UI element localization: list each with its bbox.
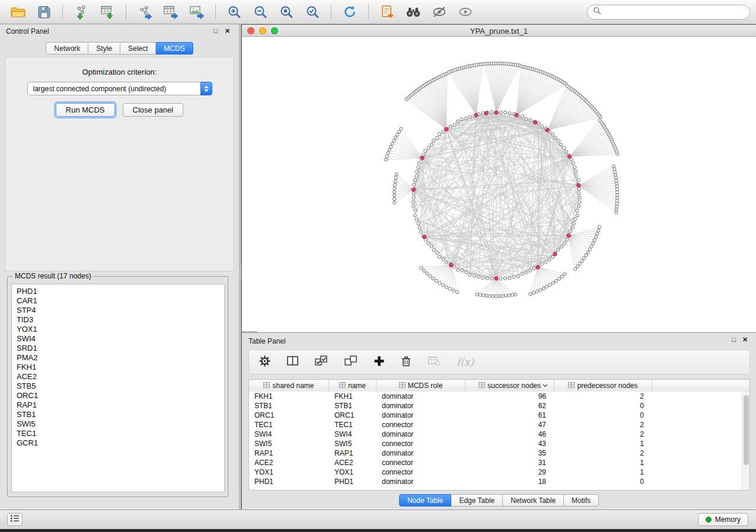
mcds-result-item[interactable]: TID3	[12, 315, 224, 325]
table-row[interactable]: TEC1TEC1connector472	[249, 420, 749, 430]
optimization-select[interactable]: largest connected component (undirected)	[27, 82, 212, 95]
cell-shared-name: ACE2	[249, 458, 329, 467]
table-panel: Table Panel □ ✕ f(x) shared namenameMCDS…	[241, 332, 756, 509]
table-delete-icon	[428, 355, 441, 369]
search-box[interactable]	[587, 5, 750, 20]
mcds-result-item[interactable]: ORC1	[12, 391, 224, 400]
delete-button[interactable]	[400, 355, 412, 370]
table-row[interactable]: FKH1FKH1dominator962	[249, 392, 749, 401]
mcds-result-item[interactable]: CAR1	[12, 296, 224, 306]
table-row[interactable]: SWI5SWI5connector431	[249, 439, 749, 448]
columns-button[interactable]	[286, 355, 299, 369]
show-graphics-button[interactable]	[454, 2, 477, 21]
save-button[interactable]	[32, 2, 56, 21]
function-builder-button[interactable]: f(x)	[457, 356, 474, 368]
deselect-all-button[interactable]	[344, 355, 358, 369]
run-mcds-button[interactable]: Run MCDS	[56, 103, 115, 117]
export-image-button[interactable]	[185, 2, 209, 21]
zoom-in-button[interactable]	[222, 2, 246, 21]
network-canvas[interactable]	[242, 37, 755, 332]
column-header-successor-nodes[interactable]: successor nodes	[465, 380, 554, 392]
table-row[interactable]: YOX1YOX1connector291	[249, 467, 749, 477]
mcds-result-item[interactable]: STP4	[12, 306, 224, 315]
zoom-fit-button[interactable]	[301, 2, 324, 21]
search-input[interactable]	[604, 7, 744, 17]
cell-mcds-role: connector	[377, 467, 465, 477]
toolbar-separator	[126, 4, 126, 20]
add-row-button[interactable]	[374, 355, 385, 369]
search-network-button[interactable]	[401, 2, 425, 21]
open-button[interactable]	[6, 2, 30, 21]
mcds-result-item[interactable]: FKH1	[12, 363, 224, 372]
zoom-reset-button[interactable]	[275, 2, 298, 21]
tab-edge-table[interactable]: Edge Table	[451, 494, 503, 507]
mcds-result-item[interactable]: PMA2	[12, 353, 224, 363]
mcds-result-item[interactable]: GCR1	[12, 438, 224, 448]
table-grid-icon	[568, 382, 575, 390]
mcds-result-title: MCDS result (17 nodes)	[12, 272, 94, 280]
zoom-out-button[interactable]	[248, 2, 272, 21]
control-panel: Control Panel □ ✕ NetworkStyleSelectMCDS…	[0, 24, 239, 509]
mcds-result-item[interactable]: PHD1	[12, 287, 224, 296]
cell-mcds-role: dominator	[377, 401, 465, 411]
close-table-panel-icon[interactable]: ✕	[741, 335, 749, 344]
tab-style[interactable]: Style	[88, 42, 120, 55]
tab-motifs[interactable]: Motifs	[564, 494, 599, 507]
table-row[interactable]: ORC1ORC1dominator610	[249, 411, 749, 420]
column-header-mcds-role[interactable]: MCDS role	[377, 380, 465, 392]
scrollbar-thumb[interactable]	[744, 395, 749, 465]
mcds-result-item[interactable]: STB1	[12, 410, 224, 419]
network-window: YPA_prune.txt_1	[241, 24, 756, 332]
float-table-panel-icon[interactable]: □	[729, 335, 738, 344]
network-window-titlebar[interactable]: YPA_prune.txt_1	[242, 24, 756, 37]
style-preview-button[interactable]	[428, 2, 451, 21]
column-header-shared-name[interactable]: shared name	[249, 380, 329, 392]
tab-node-table[interactable]: Node Table	[399, 494, 452, 507]
import-table-button[interactable]	[95, 2, 119, 21]
mcds-result-list: PHD1CAR1STP4TID3YOX1SWI4SRD1PMA2FKH1ACE2…	[11, 284, 225, 492]
close-panel-button[interactable]: Close panel	[123, 103, 184, 117]
mcds-result-item[interactable]: STB5	[12, 382, 224, 391]
clipboard-button[interactable]	[375, 2, 399, 21]
select-all-icon	[314, 355, 328, 369]
mcds-panel: Optimization criterion: largest connecte…	[5, 57, 234, 271]
table-row[interactable]: STB1STB1dominator620	[249, 401, 749, 411]
mcds-result-item[interactable]: SWI5	[12, 419, 224, 429]
cell-shared-name: PHD1	[249, 477, 329, 486]
float-panel-icon[interactable]: □	[211, 27, 220, 36]
memory-button[interactable]: Memory	[698, 513, 748, 526]
export-table-button[interactable]	[159, 2, 183, 21]
mcds-result-item[interactable]: RAP1	[12, 400, 224, 410]
column-header-name[interactable]: name	[329, 380, 377, 392]
cell-mcds-role: dominator	[377, 477, 465, 486]
select-all-button[interactable]	[314, 355, 328, 369]
cell-mcds-role: dominator	[377, 411, 465, 420]
import-network-button[interactable]	[69, 2, 93, 21]
plus-icon	[374, 355, 385, 369]
mcds-result-item[interactable]: SWI4	[12, 334, 224, 344]
column-header-predecessor-nodes[interactable]: predecessor nodes	[554, 380, 652, 392]
table-row[interactable]: RAP1RAP1dominator352	[249, 448, 749, 458]
refresh-button[interactable]	[338, 2, 362, 21]
export-network-button[interactable]	[133, 2, 157, 21]
tab-select[interactable]: Select	[120, 42, 156, 55]
tab-mcds[interactable]: MCDS	[156, 42, 193, 55]
table-row[interactable]: SWI4SWI4dominator462	[249, 430, 749, 439]
settings-button[interactable]	[259, 355, 271, 370]
mcds-result-item[interactable]: TEC1	[12, 429, 224, 438]
delete-table-button[interactable]	[428, 355, 441, 369]
mcds-result-item[interactable]: ACE2	[12, 372, 224, 382]
cell-successor-nodes: 43	[465, 439, 554, 448]
table-scrollbar[interactable]	[742, 392, 749, 490]
table-row[interactable]: ACE2ACE2connector311	[249, 458, 749, 467]
close-panel-icon[interactable]: ✕	[223, 27, 232, 36]
mcds-result-item[interactable]: SRD1	[12, 344, 224, 353]
mcds-result-item[interactable]: YOX1	[12, 325, 224, 334]
zoom-out-icon	[253, 4, 269, 20]
cell-successor-nodes: 35	[465, 448, 554, 458]
cell-mcds-role: dominator	[377, 430, 465, 439]
tab-network-table[interactable]: Network Table	[503, 494, 564, 507]
tab-network[interactable]: Network	[46, 42, 88, 55]
show-panels-button[interactable]	[7, 513, 23, 526]
table-row[interactable]: PHD1PHD1dominator180	[249, 477, 749, 486]
